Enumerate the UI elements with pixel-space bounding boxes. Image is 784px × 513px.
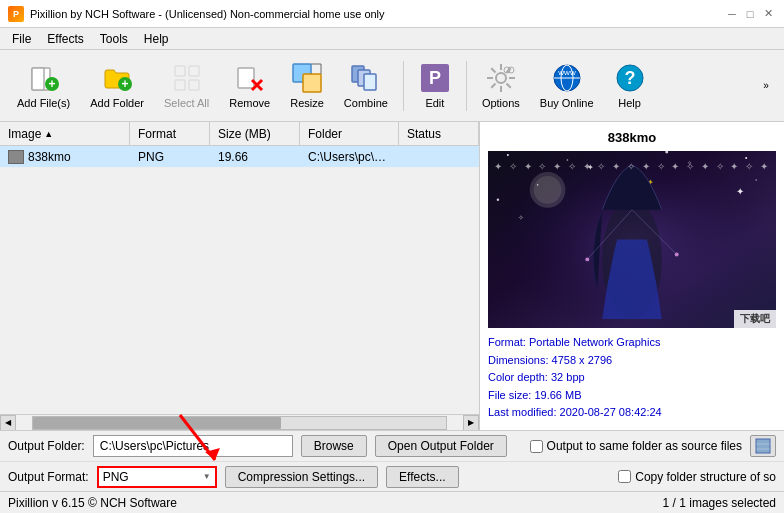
- buy-online-button[interactable]: www Buy Online: [531, 55, 603, 117]
- main-content: Image ▲ Format Size (MB) Folder Status 8…: [0, 122, 784, 430]
- select-all-button[interactable]: Select All: [155, 55, 218, 117]
- add-files-icon: +: [28, 62, 60, 94]
- svg-text:+: +: [122, 77, 129, 91]
- info-line-color-depth: Color depth: 32 bpp: [488, 369, 776, 387]
- menu-bar: File Effects Tools Help: [0, 28, 784, 50]
- browse-button[interactable]: Browse: [301, 435, 367, 457]
- resize-icon: [291, 62, 323, 94]
- watermark-badge: 下载吧: [734, 310, 776, 328]
- select-all-label: Select All: [164, 97, 209, 109]
- maximize-button[interactable]: □: [742, 6, 758, 22]
- svg-point-48: [755, 179, 757, 181]
- add-folder-label: Add Folder: [90, 97, 144, 109]
- effects-button[interactable]: Effects...: [386, 466, 458, 488]
- scroll-right-button[interactable]: ▶: [463, 415, 479, 431]
- menu-help[interactable]: Help: [136, 30, 177, 48]
- svg-text:✦: ✦: [587, 163, 594, 172]
- col-header-status[interactable]: Status: [399, 122, 479, 145]
- preview-image-container: ✦ ✧ ✦ ✧ ✦: [488, 151, 776, 328]
- compression-settings-button[interactable]: Compression Settings...: [225, 466, 378, 488]
- status-left: Pixillion v 6.15 © NCH Software: [8, 496, 177, 510]
- scroll-left-button[interactable]: ◀: [0, 415, 16, 431]
- close-button[interactable]: ✕: [760, 6, 776, 22]
- remove-button[interactable]: Remove: [220, 55, 279, 117]
- file-thumbnail-icon: [8, 150, 24, 164]
- add-files-button[interactable]: + Add File(s): [8, 55, 79, 117]
- resize-button[interactable]: Resize: [281, 55, 333, 117]
- add-folder-icon: +: [101, 62, 133, 94]
- svg-point-47: [745, 157, 747, 159]
- svg-rect-8: [175, 80, 185, 90]
- menu-effects[interactable]: Effects: [39, 30, 91, 48]
- svg-rect-1: [32, 68, 44, 90]
- table-body: 838kmo PNG 19.66 C:\Users\pc\Pictures: [0, 146, 479, 414]
- add-folder-button[interactable]: + Add Folder: [81, 55, 153, 117]
- preview-image: ✦ ✧ ✦ ✧ ✦: [488, 151, 776, 328]
- copy-structure-label: Copy folder structure of so: [618, 470, 776, 484]
- svg-rect-19: [364, 74, 376, 90]
- svg-line-30: [491, 84, 495, 88]
- output-folder-input[interactable]: [93, 435, 293, 457]
- horizontal-scrollbar[interactable]: ◀ ▶: [0, 414, 479, 430]
- remove-icon: [234, 62, 266, 94]
- same-folder-checkbox[interactable]: [530, 440, 543, 453]
- edit-icon: P: [419, 62, 451, 94]
- svg-rect-63: [756, 439, 770, 453]
- preview-panel: 838kmo: [480, 122, 784, 430]
- buy-online-label: Buy Online: [540, 97, 594, 109]
- remove-label: Remove: [229, 97, 270, 109]
- buy-online-icon: www: [551, 62, 583, 94]
- bottom-row1: Output Folder: Browse Open Output Folder…: [0, 431, 784, 461]
- svg-text:✧: ✧: [518, 214, 524, 221]
- output-format-select[interactable]: PNG ▼: [97, 466, 217, 488]
- cell-folder: C:\Users\pc\Pictures: [300, 148, 399, 166]
- table-header: Image ▲ Format Size (MB) Folder Status: [0, 122, 479, 146]
- toolbar-expand-button[interactable]: »: [756, 55, 776, 117]
- svg-point-49: [497, 199, 499, 201]
- edit-button[interactable]: P Edit: [410, 55, 460, 117]
- svg-rect-14: [303, 74, 321, 92]
- window-title: Pixillion by NCH Software - (Unlicensed)…: [30, 8, 385, 20]
- title-bar-left: P Pixillion by NCH Software - (Unlicense…: [8, 6, 385, 22]
- svg-point-60: [675, 252, 679, 256]
- scrollbar-track[interactable]: [32, 416, 447, 430]
- svg-rect-7: [189, 66, 199, 76]
- svg-rect-10: [238, 68, 254, 88]
- help-icon: ?: [614, 62, 646, 94]
- cell-status: [399, 155, 479, 159]
- sort-arrow-icon: ▲: [44, 129, 53, 139]
- add-files-label: Add File(s): [17, 97, 70, 109]
- svg-text:+: +: [48, 77, 55, 91]
- bottom-row2: Output Format: PNG ▼ Compression Setting…: [0, 461, 784, 491]
- output-folder-label: Output Folder:: [8, 439, 85, 453]
- copy-structure-checkbox[interactable]: [618, 470, 631, 483]
- open-output-folder-button[interactable]: Open Output Folder: [375, 435, 507, 457]
- col-header-format[interactable]: Format: [130, 122, 210, 145]
- combine-button[interactable]: Combine: [335, 55, 397, 117]
- help-button[interactable]: ? Help: [605, 55, 655, 117]
- menu-file[interactable]: File: [4, 30, 39, 48]
- resize-label: Resize: [290, 97, 324, 109]
- svg-text:✧: ✧: [687, 160, 692, 166]
- col-header-size[interactable]: Size (MB): [210, 122, 300, 145]
- table-row[interactable]: 838kmo PNG 19.66 C:\Users\pc\Pictures: [0, 146, 479, 168]
- col-header-folder[interactable]: Folder: [300, 122, 399, 145]
- minimize-button[interactable]: ─: [724, 6, 740, 22]
- toolbar-separator-1: [403, 61, 404, 111]
- cell-format: PNG: [130, 148, 210, 166]
- svg-point-41: [507, 154, 509, 156]
- file-list-panel: Image ▲ Format Size (MB) Folder Status 8…: [0, 122, 480, 430]
- menu-tools[interactable]: Tools: [92, 30, 136, 48]
- scrollbar-thumb[interactable]: [33, 417, 281, 429]
- svg-rect-9: [189, 80, 199, 90]
- toolbar-separator-2: [466, 61, 467, 111]
- options-button[interactable]: Options: [473, 55, 529, 117]
- preview-small-button[interactable]: [750, 435, 776, 457]
- bottom-bar: Output Folder: Browse Open Output Folder…: [0, 430, 784, 491]
- cell-image-name: 838kmo: [0, 148, 130, 166]
- expand-arrow-icon: »: [763, 80, 769, 91]
- edit-label: Edit: [425, 97, 444, 109]
- select-all-icon: [171, 62, 203, 94]
- svg-text:P: P: [429, 68, 441, 88]
- col-header-image[interactable]: Image ▲: [0, 122, 130, 145]
